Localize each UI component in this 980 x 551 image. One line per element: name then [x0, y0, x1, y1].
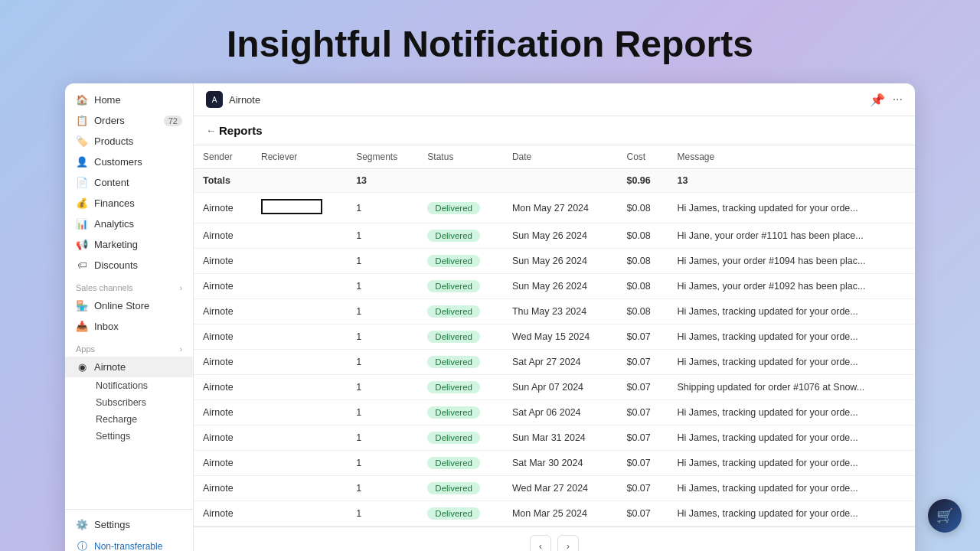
cell-receiver — [252, 249, 347, 274]
apps-section: Apps › — [65, 337, 193, 357]
cell-date: Sun May 26 2024 — [503, 249, 618, 274]
cell-date: Thu May 23 2024 — [503, 299, 618, 324]
app-window: 🏠 Home 📋 Orders 72 🏷️ Products 👤 Custome… — [65, 83, 915, 551]
cell-receiver — [252, 501, 347, 527]
receiver-highlight-box — [261, 199, 322, 214]
cell-status: Delivered — [418, 350, 503, 375]
cell-segments: 1 — [347, 223, 418, 249]
cell-date: Sat Apr 27 2024 — [503, 350, 618, 375]
cell-sender: Airnote — [194, 299, 252, 324]
cell-status: Delivered — [418, 223, 503, 249]
col-message: Message — [668, 145, 916, 169]
table-row: Airnote1DeliveredWed Mar 27 2024$0.07Hi … — [194, 476, 915, 501]
reports-table: Sender Reciever Segments Status Date Cos… — [194, 145, 915, 527]
sidebar-item-non-transferable[interactable]: ⓘ Non-transferable — [65, 535, 193, 551]
cell-segments: 1 — [347, 299, 418, 324]
totals-date — [503, 169, 618, 193]
cell-sender: Airnote — [194, 350, 252, 375]
cell-receiver — [252, 425, 347, 451]
cell-sender: Airnote — [194, 501, 252, 527]
online-store-icon: 🏪 — [76, 300, 88, 311]
sidebar-item-settings-sub[interactable]: Settings — [90, 428, 193, 445]
sidebar-item-customers[interactable]: 👤 Customers — [65, 152, 193, 172]
topbar-left: A Airnote — [206, 91, 260, 108]
breadcrumb-bar: ← Reports — [194, 116, 915, 145]
cell-sender: Airnote — [194, 476, 252, 501]
pin-button[interactable]: 📌 — [870, 93, 885, 107]
col-receiver: Reciever — [252, 145, 347, 169]
cell-message: Hi James, tracking updated for your orde… — [668, 400, 916, 425]
next-page-button[interactable]: › — [557, 535, 579, 551]
cell-status: Delivered — [418, 451, 503, 476]
sidebar-item-settings[interactable]: ⚙️ Settings — [65, 514, 193, 535]
table-row: Airnote1DeliveredSun May 26 2024$0.08Hi … — [194, 223, 915, 249]
more-button[interactable]: ··· — [893, 93, 903, 106]
sidebar-item-label: Inbox — [94, 321, 119, 332]
cell-status: Delivered — [418, 400, 503, 425]
products-icon: 🏷️ — [76, 135, 88, 147]
airnote-sub-menu: Notifications Subscribers Recharge Setti… — [65, 377, 193, 445]
sidebar-footer: ⚙️ Settings ⓘ Non-transferable — [65, 509, 193, 551]
sidebar-item-analytics[interactable]: 📊 Analytics — [65, 214, 193, 234]
cell-status: Delivered — [418, 476, 503, 501]
status-badge: Delivered — [427, 406, 480, 419]
cell-cost: $0.07 — [617, 350, 668, 375]
cell-segments: 1 — [347, 425, 418, 451]
sidebar-item-online-store[interactable]: 🏪 Online Store — [65, 295, 193, 316]
customers-icon: 👤 — [76, 156, 88, 168]
cell-date: Sun May 26 2024 — [503, 223, 618, 249]
page-title: Insightful Notification Reports — [227, 23, 753, 65]
content-icon: 📄 — [76, 177, 88, 188]
sidebar-item-discounts[interactable]: 🏷 Discounts — [65, 255, 193, 276]
table-row: Airnote1DeliveredSat Apr 06 2024$0.07Hi … — [194, 400, 915, 425]
cell-status: Delivered — [418, 324, 503, 350]
sidebar-item-orders[interactable]: 📋 Orders 72 — [65, 110, 193, 131]
settings-label: Settings — [94, 519, 130, 530]
sidebar-item-notifications[interactable]: Notifications — [90, 377, 193, 394]
cell-message: Hi James, your order #1092 has been plac… — [668, 274, 916, 299]
cell-date: Sun Mar 31 2024 — [503, 425, 618, 451]
cell-cost: $0.08 — [617, 193, 668, 223]
airnote-icon: ◉ — [76, 361, 88, 373]
status-badge: Delivered — [427, 255, 480, 267]
sidebar-item-airnote[interactable]: ◉ Airnote — [65, 357, 193, 377]
cell-date: Sun Apr 07 2024 — [503, 375, 618, 400]
sidebar-item-marketing[interactable]: 📢 Marketing — [65, 234, 193, 255]
cell-status: Delivered — [418, 425, 503, 451]
topbar-app-name: Airnote — [229, 94, 260, 106]
chevron-right-icon: › — [180, 284, 182, 292]
table-row: Airnote1DeliveredSat Apr 27 2024$0.07Hi … — [194, 350, 915, 375]
avatar-badge[interactable]: 🛒 — [928, 499, 962, 533]
sidebar-item-finances[interactable]: 💰 Finances — [65, 193, 193, 214]
cell-date: Mon Mar 25 2024 — [503, 501, 618, 527]
topbar-actions: 📌 ··· — [870, 93, 903, 107]
sidebar-item-content[interactable]: 📄 Content — [65, 172, 193, 193]
totals-status — [418, 169, 503, 193]
totals-receiver — [252, 169, 347, 193]
cell-segments: 1 — [347, 400, 418, 425]
sidebar-item-subscribers[interactable]: Subscribers — [90, 394, 193, 411]
table-row: Airnote1DeliveredWed May 15 2024$0.07Hi … — [194, 324, 915, 350]
table-row: Airnote1DeliveredMon May 27 2024$0.08Hi … — [194, 193, 915, 223]
sidebar-item-label: Finances — [94, 197, 135, 209]
cell-message: Shipping updated for order #1076 at Snow… — [668, 375, 916, 400]
totals-cost: $0.96 — [617, 169, 668, 193]
sidebar-item-label: Orders — [94, 115, 125, 126]
reports-table-container: Sender Reciever Segments Status Date Cos… — [194, 145, 915, 527]
sidebar-item-products[interactable]: 🏷️ Products — [65, 131, 193, 152]
cell-receiver — [252, 274, 347, 299]
sidebar-item-recharge[interactable]: Recharge — [90, 411, 193, 428]
sales-channels-section: Sales channels › — [65, 276, 193, 295]
sidebar-item-inbox[interactable]: 📥 Inbox — [65, 316, 193, 337]
back-button[interactable]: ← Reports — [206, 124, 263, 137]
cell-message: Hi James, tracking updated for your orde… — [668, 451, 916, 476]
cell-sender: Airnote — [194, 400, 252, 425]
sidebar-item-home[interactable]: 🏠 Home — [65, 90, 193, 110]
cell-date: Wed May 15 2024 — [503, 324, 618, 350]
cell-cost: $0.08 — [617, 299, 668, 324]
cell-sender: Airnote — [194, 425, 252, 451]
cell-segments: 1 — [347, 193, 418, 223]
cell-receiver — [252, 350, 347, 375]
prev-page-button[interactable]: ‹ — [530, 535, 551, 551]
cell-message: Hi James, tracking updated for your orde… — [668, 324, 916, 350]
